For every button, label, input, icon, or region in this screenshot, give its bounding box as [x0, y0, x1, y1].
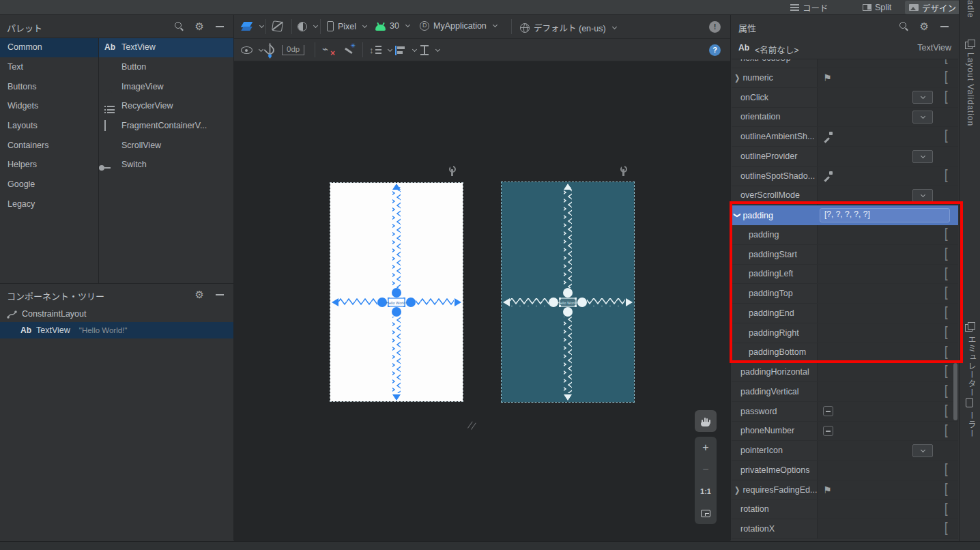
night-mode-button[interactable]	[298, 22, 317, 31]
attribute-row[interactable]: ❯requiresFadingEd... ⚑[	[732, 480, 958, 500]
resource-picker-icon[interactable]: [	[945, 343, 949, 360]
flag-icon[interactable]: ⚑	[823, 484, 832, 495]
resource-picker-icon[interactable]: [	[945, 127, 949, 144]
issues-badge[interactable]: !	[709, 21, 721, 33]
dropdown-button[interactable]	[912, 189, 933, 202]
attribute-row[interactable]: paddingBottom [	[732, 343, 958, 363]
attribute-row[interactable]: paddingLeft [	[732, 265, 958, 285]
attribute-row[interactable]: phoneNumber [	[732, 422, 958, 442]
search-icon[interactable]	[899, 22, 908, 31]
palette-category-google[interactable]: Google	[0, 175, 98, 194]
pan-button[interactable]	[695, 410, 717, 432]
zoom-out-button[interactable]: −	[695, 459, 717, 480]
palette-category-text[interactable]: Text	[0, 57, 98, 77]
palette-item-fragmentcontainerview[interactable]: FragmentContainerV...	[99, 116, 233, 136]
attribute-row[interactable]: ❯numeric ⚑[	[732, 68, 958, 88]
attributes-scrollbar[interactable]	[953, 363, 957, 420]
dropdown-button[interactable]	[912, 444, 933, 457]
gear-icon[interactable]: ⚙	[195, 290, 204, 299]
tool-tab-gradle[interactable]: adle	[966, 0, 975, 18]
guidelines-button[interactable]	[420, 45, 439, 55]
device-selector[interactable]: Pixel	[327, 21, 366, 31]
help-badge[interactable]: ?	[709, 44, 721, 56]
palette-category-legacy[interactable]: Legacy	[0, 194, 98, 214]
dropdown-button[interactable]	[912, 91, 933, 104]
color-picker-icon[interactable]	[823, 132, 833, 141]
flag-icon[interactable]: ⚑	[823, 72, 832, 83]
tree-node-constraintlayout[interactable]: ConstraintLayout	[0, 306, 233, 322]
gear-icon[interactable]: ⚙	[920, 22, 929, 31]
resource-picker-icon[interactable]: [	[945, 362, 949, 379]
pack-button[interactable]	[371, 45, 392, 55]
wrench-icon[interactable]	[618, 165, 628, 176]
resource-picker-icon[interactable]: [	[945, 323, 949, 341]
tool-tab-emulator[interactable]: エミュレーター	[960, 322, 977, 397]
theme-selector[interactable]: MyApplication	[420, 21, 497, 31]
orientation-button[interactable]	[272, 21, 283, 31]
view-options-button[interactable]	[241, 46, 263, 54]
resource-picker-icon[interactable]: [	[945, 68, 949, 85]
attribute-row[interactable]: outlineAmbientSh... [	[732, 127, 958, 147]
palette-category-buttons[interactable]: Buttons	[0, 76, 98, 96]
zoom-in-button[interactable]: +	[695, 437, 717, 459]
palette-category-containers[interactable]: Containers	[0, 135, 98, 155]
resource-picker-icon[interactable]: [	[945, 225, 949, 242]
dropdown-button[interactable]	[912, 111, 933, 124]
resource-picker-icon[interactable]: [	[945, 402, 949, 419]
align-button[interactable]	[395, 46, 416, 55]
resource-picker-icon[interactable]: [	[945, 500, 949, 517]
palette-item-switch[interactable]: Switch	[99, 155, 233, 175]
attribute-row-padding-selected[interactable]: ❯padding [?, ?, ?, ?, ?]	[732, 205, 958, 225]
palette-item-imageview[interactable]: ImageView	[99, 76, 233, 96]
palette-category-common[interactable]: Common	[0, 38, 98, 57]
resource-picker-icon[interactable]: [	[945, 422, 949, 439]
palette-category-helpers[interactable]: Helpers	[0, 155, 98, 175]
palette-item-textview[interactable]: AbTextView	[99, 38, 233, 57]
attribute-row[interactable]: paddingVertical [	[732, 382, 958, 402]
attribute-row[interactable]: rotationX [	[732, 519, 958, 539]
attribute-row[interactable]: outlineProvider	[732, 147, 958, 167]
expander-icon[interactable]: ❯	[734, 73, 740, 82]
attribute-row[interactable]: paddingHorizontal [	[732, 362, 958, 382]
tab-split[interactable]: Split	[859, 1, 895, 14]
expander-icon[interactable]: ❯	[734, 212, 741, 218]
attribute-row[interactable]: orientation	[732, 108, 958, 128]
zoom-reset-button[interactable]: 1:1	[695, 480, 717, 502]
resource-picker-icon[interactable]: [	[945, 284, 949, 301]
attribute-row[interactable]: paddingTop [	[732, 284, 958, 304]
palette-item-scrollview[interactable]: ScrollView	[99, 135, 233, 155]
surface-selector-button[interactable]	[241, 22, 263, 31]
tree-node-textview[interactable]: Ab TextView "Hello World!"	[0, 322, 233, 338]
blueprint-view-preview[interactable]: Hello World!	[502, 182, 634, 402]
attribute-row[interactable]: pointerIcon	[732, 441, 958, 461]
tool-tab-layout-validation[interactable]: Layout Validation	[960, 40, 975, 126]
api-selector[interactable]: 30	[375, 21, 409, 31]
infer-constraints-button[interactable]	[343, 45, 355, 56]
attribute-row[interactable]: overScrollMode	[732, 186, 958, 206]
palette-item-recyclerview[interactable]: RecyclerView	[99, 96, 233, 116]
minimize-icon[interactable]	[940, 26, 949, 27]
palette-item-button[interactable]: Button	[99, 57, 233, 77]
resource-picker-icon[interactable]: [	[945, 461, 949, 478]
attribute-row[interactable]: paddingRight [	[732, 323, 958, 343]
attribute-row[interactable]: padding [	[732, 225, 958, 245]
resource-picker-icon[interactable]: [	[945, 304, 949, 321]
default-margin-button[interactable]: 0dp	[282, 45, 304, 55]
gear-icon[interactable]: ⚙	[195, 22, 204, 31]
resource-picker-icon[interactable]: [	[945, 265, 949, 282]
attribute-row[interactable]: rotation [	[732, 500, 958, 520]
canvas-resize-grip[interactable]	[466, 420, 476, 430]
attribute-row[interactable]: outlineSpotShado... [	[732, 167, 958, 186]
clear-constraints-button[interactable]	[322, 44, 334, 55]
tab-design[interactable]: デザイン	[905, 1, 960, 14]
design-view-preview[interactable]: Hello World!	[330, 183, 463, 401]
wrench-icon[interactable]	[447, 165, 457, 176]
boolean-toggle-icon[interactable]	[823, 406, 833, 416]
attribute-row[interactable]: privateImeOptions [	[732, 461, 958, 480]
resource-picker-icon[interactable]: [	[945, 382, 949, 399]
attribute-row[interactable]: password [	[732, 402, 958, 422]
palette-category-layouts[interactable]: Layouts	[0, 116, 98, 136]
dropdown-button[interactable]	[912, 150, 933, 163]
resource-picker-icon[interactable]: [	[945, 167, 949, 184]
minimize-icon[interactable]	[216, 26, 224, 27]
